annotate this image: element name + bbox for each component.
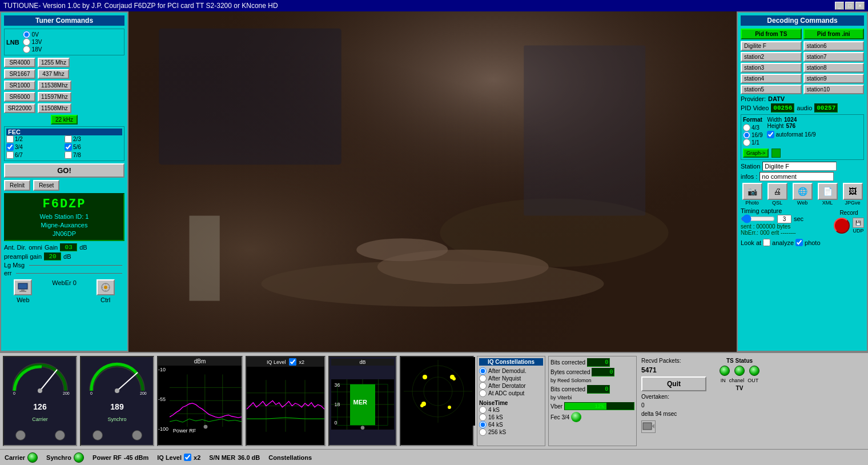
iq-after-nyquist-radio[interactable] (479, 375, 487, 382)
overtaken-value: 0 (641, 402, 706, 408)
autoformat-checkbox[interactable] (767, 131, 774, 138)
photo-icon-label: Photo (742, 200, 762, 206)
timing-row: sec (741, 214, 803, 223)
bits-corrected2-input[interactable] (587, 385, 610, 394)
fec-3-4-checkbox[interactable] (6, 143, 14, 151)
jpgve-icon[interactable]: 🖼 (843, 183, 863, 200)
ctrl-icon[interactable] (97, 279, 115, 295)
svg-point-68 (448, 406, 451, 409)
vber-row: Vber 12% (550, 402, 634, 410)
digilite-f-button[interactable]: Digilite F (741, 41, 802, 51)
udp-icon[interactable]: 💾 (853, 218, 864, 228)
xml-icon[interactable]: 📄 (818, 183, 838, 200)
station4-button[interactable]: station4 (741, 74, 802, 83)
go-button[interactable]: GO! (4, 163, 124, 178)
khz-22-button[interactable]: 22 kHz (51, 115, 78, 125)
fec-7-8-checkbox[interactable] (65, 151, 72, 159)
sr22000-button[interactable]: SR22000 (4, 103, 35, 113)
station10-button[interactable]: station10 (803, 85, 865, 94)
noise-256ks-radio[interactable] (479, 428, 487, 436)
station5-button[interactable]: station5 (741, 85, 802, 94)
iq-after-demodul-radio[interactable] (479, 367, 487, 375)
format-4-3-radio[interactable] (743, 124, 750, 131)
format-4-3-label: 4/3 (752, 125, 760, 131)
mhz-11538-button[interactable]: 11538Mhz (38, 81, 71, 90)
mhz-11508-button[interactable]: 11508Mhz (38, 103, 71, 113)
station7-button[interactable]: station7 (803, 52, 865, 62)
bits-corrected2-label: Bits corrected (550, 386, 585, 392)
fec-2-3-checkbox[interactable] (65, 135, 72, 143)
timing-slider[interactable] (741, 214, 775, 223)
fec-5-6-checkbox[interactable] (65, 143, 72, 151)
iq-x2-label: x2 (299, 359, 305, 365)
fec-1-2-checkbox[interactable] (6, 135, 14, 143)
timing-value-input[interactable] (777, 215, 791, 223)
lnb-18v-radio[interactable] (23, 46, 30, 53)
look-checkbox[interactable] (763, 239, 770, 246)
dbm-label: dBm (194, 358, 206, 364)
station3-button[interactable]: station3 (741, 63, 802, 73)
station2-button[interactable]: station2 (741, 52, 802, 62)
iq-after-derotator-radio[interactable] (479, 382, 487, 390)
timing-up-button[interactable] (132, 430, 142, 440)
station8-button[interactable]: station8 (803, 63, 865, 73)
mhz-437-button[interactable]: 437 Mhz (38, 69, 69, 79)
analyze-checkbox[interactable] (795, 239, 803, 246)
format-16-9-radio[interactable] (743, 131, 750, 139)
record-button[interactable] (834, 218, 850, 234)
web-icon[interactable] (14, 279, 32, 295)
bits-corrected-input[interactable] (587, 358, 610, 367)
iq-x2-checkbox[interactable] (289, 358, 296, 366)
station-name-input[interactable] (762, 162, 837, 171)
qsl-icon[interactable]: 🖨 (767, 183, 787, 200)
pid-from-ts-button[interactable]: Pid from TS (741, 29, 802, 39)
reinit-button[interactable]: ReInit (4, 180, 30, 191)
sr1000-button[interactable]: SR1000 (4, 81, 35, 90)
sr6000-button[interactable]: SR6000 (4, 92, 35, 102)
photo-icon[interactable]: 📷 (742, 183, 762, 200)
station6-button[interactable]: station6 (803, 41, 865, 51)
nberr-value: 000 (760, 230, 770, 236)
lnb-13v-radio[interactable] (23, 38, 30, 46)
delta-label: delta (641, 411, 654, 417)
carrier-down-button[interactable] (15, 430, 26, 440)
lnb-0v-radio[interactable] (23, 31, 30, 38)
carrier-up-button[interactable] (55, 430, 65, 440)
bytes-corrected-input[interactable] (592, 368, 614, 376)
station5-10-row: station5 station10 (741, 85, 864, 94)
sr1667-button[interactable]: SR1667 (4, 69, 35, 79)
preampli-input[interactable] (44, 252, 61, 260)
noise-16ks-radio[interactable] (479, 414, 487, 421)
noise-64ks-radio[interactable] (479, 421, 487, 428)
reset-button[interactable]: Reset (33, 180, 59, 191)
iq-at-adc-radio[interactable] (479, 390, 487, 397)
noise-4ks-radio[interactable] (479, 406, 487, 414)
station9-button[interactable]: station9 (803, 74, 865, 83)
timing-down-button[interactable] (93, 430, 103, 440)
svg-text:0: 0 (335, 420, 337, 426)
sr4000-button[interactable]: SR4000 (4, 58, 35, 67)
pid-from-ini-button[interactable]: Pid from .ini (803, 29, 865, 39)
close-button[interactable]: × (855, 2, 865, 10)
fec-6-7-checkbox[interactable] (6, 151, 14, 159)
web-capture-icon[interactable]: 🌐 (793, 183, 813, 200)
mhz-11597-button[interactable]: 11597Mhz (38, 92, 71, 102)
carrier-status-dot (27, 452, 38, 463)
quit-button[interactable]: Quit (641, 376, 706, 391)
delta-row: delta 94 msec (641, 411, 706, 417)
location2: JN06DP (8, 230, 120, 237)
graph-button[interactable]: Graph-> (743, 149, 769, 158)
iq-level-x2-checkbox[interactable] (184, 454, 191, 461)
minimize-button[interactable]: _ (835, 2, 844, 10)
recording-icon[interactable] (641, 420, 656, 433)
format-1-1-radio[interactable] (743, 139, 750, 146)
gain-input[interactable] (60, 243, 77, 251)
mhz-1255-button[interactable]: 1255 Mhz (38, 58, 70, 67)
fec-label: FEC (6, 129, 122, 135)
qsl-icon-label: QSL (767, 200, 787, 206)
gain-unit: dB (79, 244, 87, 251)
maximize-button[interactable]: □ (845, 2, 854, 10)
lg-msg-label: Lg Msg (4, 262, 25, 268)
infos-input[interactable] (760, 172, 834, 181)
synchro-status-item: Synchro (46, 452, 84, 463)
